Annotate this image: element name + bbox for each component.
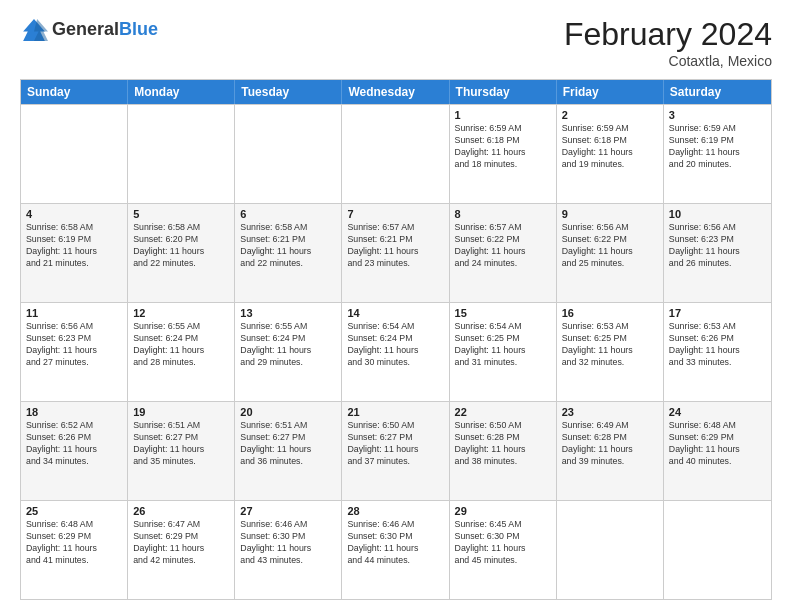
cal-cell-r0-c4: 1Sunrise: 6:59 AM Sunset: 6:18 PM Daylig… — [450, 105, 557, 203]
day-number-r1-c3: 7 — [347, 208, 443, 220]
header-tuesday: Tuesday — [235, 80, 342, 104]
day-info-r3-c6: Sunrise: 6:48 AM Sunset: 6:29 PM Dayligh… — [669, 420, 766, 468]
cal-cell-r3-c2: 20Sunrise: 6:51 AM Sunset: 6:27 PM Dayli… — [235, 402, 342, 500]
cal-cell-r0-c1 — [128, 105, 235, 203]
calendar-body: 1Sunrise: 6:59 AM Sunset: 6:18 PM Daylig… — [21, 104, 771, 599]
cal-cell-r4-c3: 28Sunrise: 6:46 AM Sunset: 6:30 PM Dayli… — [342, 501, 449, 599]
day-number-r0-c6: 3 — [669, 109, 766, 121]
day-info-r1-c0: Sunrise: 6:58 AM Sunset: 6:19 PM Dayligh… — [26, 222, 122, 270]
day-info-r2-c4: Sunrise: 6:54 AM Sunset: 6:25 PM Dayligh… — [455, 321, 551, 369]
cal-cell-r1-c6: 10Sunrise: 6:56 AM Sunset: 6:23 PM Dayli… — [664, 204, 771, 302]
cal-cell-r0-c0 — [21, 105, 128, 203]
day-number-r3-c4: 22 — [455, 406, 551, 418]
day-number-r1-c6: 10 — [669, 208, 766, 220]
day-number-r2-c4: 15 — [455, 307, 551, 319]
day-info-r4-c1: Sunrise: 6:47 AM Sunset: 6:29 PM Dayligh… — [133, 519, 229, 567]
cal-cell-r0-c6: 3Sunrise: 6:59 AM Sunset: 6:19 PM Daylig… — [664, 105, 771, 203]
header-monday: Monday — [128, 80, 235, 104]
cal-cell-r2-c4: 15Sunrise: 6:54 AM Sunset: 6:25 PM Dayli… — [450, 303, 557, 401]
day-info-r4-c4: Sunrise: 6:45 AM Sunset: 6:30 PM Dayligh… — [455, 519, 551, 567]
cal-row-3: 18Sunrise: 6:52 AM Sunset: 6:26 PM Dayli… — [21, 401, 771, 500]
cal-cell-r1-c4: 8Sunrise: 6:57 AM Sunset: 6:22 PM Daylig… — [450, 204, 557, 302]
day-number-r0-c5: 2 — [562, 109, 658, 121]
calendar: Sunday Monday Tuesday Wednesday Thursday… — [20, 79, 772, 600]
header-friday: Friday — [557, 80, 664, 104]
day-info-r0-c5: Sunrise: 6:59 AM Sunset: 6:18 PM Dayligh… — [562, 123, 658, 171]
day-info-r1-c5: Sunrise: 6:56 AM Sunset: 6:22 PM Dayligh… — [562, 222, 658, 270]
day-number-r3-c3: 21 — [347, 406, 443, 418]
cal-row-2: 11Sunrise: 6:56 AM Sunset: 6:23 PM Dayli… — [21, 302, 771, 401]
day-number-r4-c3: 28 — [347, 505, 443, 517]
day-number-r2-c3: 14 — [347, 307, 443, 319]
cal-cell-r4-c5 — [557, 501, 664, 599]
cal-cell-r2-c6: 17Sunrise: 6:53 AM Sunset: 6:26 PM Dayli… — [664, 303, 771, 401]
cal-cell-r4-c0: 25Sunrise: 6:48 AM Sunset: 6:29 PM Dayli… — [21, 501, 128, 599]
day-number-r4-c2: 27 — [240, 505, 336, 517]
day-number-r3-c2: 20 — [240, 406, 336, 418]
title-block: February 2024 Cotaxtla, Mexico — [564, 16, 772, 69]
day-info-r3-c3: Sunrise: 6:50 AM Sunset: 6:27 PM Dayligh… — [347, 420, 443, 468]
day-info-r4-c0: Sunrise: 6:48 AM Sunset: 6:29 PM Dayligh… — [26, 519, 122, 567]
cal-row-4: 25Sunrise: 6:48 AM Sunset: 6:29 PM Dayli… — [21, 500, 771, 599]
header-thursday: Thursday — [450, 80, 557, 104]
cal-cell-r0-c5: 2Sunrise: 6:59 AM Sunset: 6:18 PM Daylig… — [557, 105, 664, 203]
day-info-r1-c1: Sunrise: 6:58 AM Sunset: 6:20 PM Dayligh… — [133, 222, 229, 270]
day-info-r2-c1: Sunrise: 6:55 AM Sunset: 6:24 PM Dayligh… — [133, 321, 229, 369]
cal-row-1: 4Sunrise: 6:58 AM Sunset: 6:19 PM Daylig… — [21, 203, 771, 302]
header-sunday: Sunday — [21, 80, 128, 104]
day-number-r1-c2: 6 — [240, 208, 336, 220]
day-number-r2-c0: 11 — [26, 307, 122, 319]
cal-cell-r3-c3: 21Sunrise: 6:50 AM Sunset: 6:27 PM Dayli… — [342, 402, 449, 500]
logo-general: General — [52, 19, 119, 39]
cal-cell-r1-c0: 4Sunrise: 6:58 AM Sunset: 6:19 PM Daylig… — [21, 204, 128, 302]
day-number-r4-c4: 29 — [455, 505, 551, 517]
day-number-r1-c5: 9 — [562, 208, 658, 220]
cal-cell-r3-c0: 18Sunrise: 6:52 AM Sunset: 6:26 PM Dayli… — [21, 402, 128, 500]
day-info-r1-c6: Sunrise: 6:56 AM Sunset: 6:23 PM Dayligh… — [669, 222, 766, 270]
cal-cell-r0-c2 — [235, 105, 342, 203]
day-number-r2-c1: 12 — [133, 307, 229, 319]
month-title: February 2024 — [564, 16, 772, 53]
day-number-r2-c5: 16 — [562, 307, 658, 319]
day-number-r3-c0: 18 — [26, 406, 122, 418]
cal-row-0: 1Sunrise: 6:59 AM Sunset: 6:18 PM Daylig… — [21, 104, 771, 203]
location: Cotaxtla, Mexico — [564, 53, 772, 69]
day-number-r1-c0: 4 — [26, 208, 122, 220]
day-info-r3-c1: Sunrise: 6:51 AM Sunset: 6:27 PM Dayligh… — [133, 420, 229, 468]
cal-cell-r2-c5: 16Sunrise: 6:53 AM Sunset: 6:25 PM Dayli… — [557, 303, 664, 401]
cal-cell-r3-c6: 24Sunrise: 6:48 AM Sunset: 6:29 PM Dayli… — [664, 402, 771, 500]
cal-cell-r1-c5: 9Sunrise: 6:56 AM Sunset: 6:22 PM Daylig… — [557, 204, 664, 302]
cal-cell-r1-c3: 7Sunrise: 6:57 AM Sunset: 6:21 PM Daylig… — [342, 204, 449, 302]
calendar-header: Sunday Monday Tuesday Wednesday Thursday… — [21, 80, 771, 104]
day-info-r0-c4: Sunrise: 6:59 AM Sunset: 6:18 PM Dayligh… — [455, 123, 551, 171]
day-number-r1-c1: 5 — [133, 208, 229, 220]
cal-cell-r2-c1: 12Sunrise: 6:55 AM Sunset: 6:24 PM Dayli… — [128, 303, 235, 401]
header-saturday: Saturday — [664, 80, 771, 104]
logo: GeneralBlue — [20, 16, 158, 44]
day-info-r3-c5: Sunrise: 6:49 AM Sunset: 6:28 PM Dayligh… — [562, 420, 658, 468]
cal-cell-r4-c1: 26Sunrise: 6:47 AM Sunset: 6:29 PM Dayli… — [128, 501, 235, 599]
day-info-r1-c2: Sunrise: 6:58 AM Sunset: 6:21 PM Dayligh… — [240, 222, 336, 270]
cal-cell-r4-c6 — [664, 501, 771, 599]
cal-cell-r3-c1: 19Sunrise: 6:51 AM Sunset: 6:27 PM Dayli… — [128, 402, 235, 500]
day-info-r2-c5: Sunrise: 6:53 AM Sunset: 6:25 PM Dayligh… — [562, 321, 658, 369]
day-info-r2-c0: Sunrise: 6:56 AM Sunset: 6:23 PM Dayligh… — [26, 321, 122, 369]
day-number-r1-c4: 8 — [455, 208, 551, 220]
day-number-r2-c2: 13 — [240, 307, 336, 319]
cal-cell-r2-c0: 11Sunrise: 6:56 AM Sunset: 6:23 PM Dayli… — [21, 303, 128, 401]
cal-cell-r3-c5: 23Sunrise: 6:49 AM Sunset: 6:28 PM Dayli… — [557, 402, 664, 500]
day-number-r3-c6: 24 — [669, 406, 766, 418]
logo-blue: Blue — [119, 19, 158, 39]
header-wednesday: Wednesday — [342, 80, 449, 104]
cal-cell-r0-c3 — [342, 105, 449, 203]
day-info-r1-c3: Sunrise: 6:57 AM Sunset: 6:21 PM Dayligh… — [347, 222, 443, 270]
day-info-r4-c2: Sunrise: 6:46 AM Sunset: 6:30 PM Dayligh… — [240, 519, 336, 567]
day-number-r0-c4: 1 — [455, 109, 551, 121]
day-info-r4-c3: Sunrise: 6:46 AM Sunset: 6:30 PM Dayligh… — [347, 519, 443, 567]
cal-cell-r4-c4: 29Sunrise: 6:45 AM Sunset: 6:30 PM Dayli… — [450, 501, 557, 599]
day-number-r4-c0: 25 — [26, 505, 122, 517]
day-info-r3-c0: Sunrise: 6:52 AM Sunset: 6:26 PM Dayligh… — [26, 420, 122, 468]
day-info-r0-c6: Sunrise: 6:59 AM Sunset: 6:19 PM Dayligh… — [669, 123, 766, 171]
day-info-r2-c2: Sunrise: 6:55 AM Sunset: 6:24 PM Dayligh… — [240, 321, 336, 369]
day-info-r2-c3: Sunrise: 6:54 AM Sunset: 6:24 PM Dayligh… — [347, 321, 443, 369]
